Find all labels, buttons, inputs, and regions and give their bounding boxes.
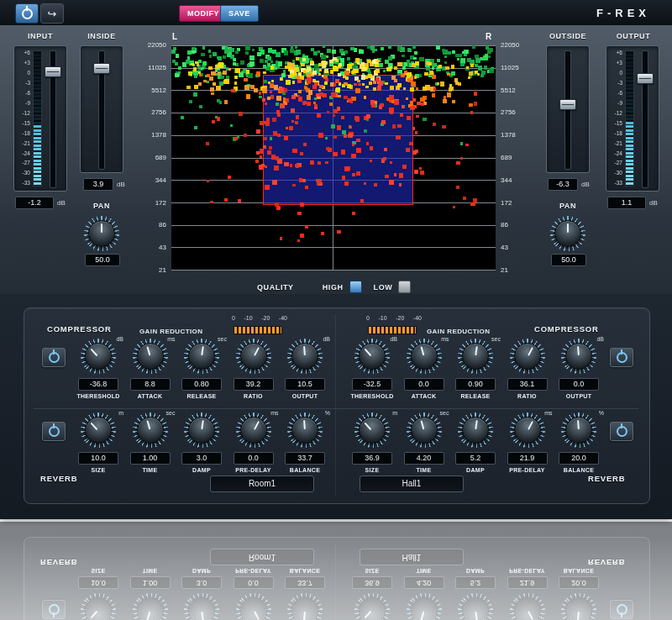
inside-fader-module [80, 45, 123, 173]
inside-fader-track[interactable] [98, 50, 105, 170]
knob-pointer [303, 346, 306, 355]
channel-left-label: L [172, 32, 177, 41]
output-fader-track[interactable] [642, 50, 648, 188]
outside-fader-handle[interactable] [559, 99, 576, 110]
thereshold-value: -36.8 [78, 378, 118, 391]
inside-value: 3.9 [83, 178, 113, 191]
knob-unit-label: dB [390, 336, 397, 342]
thereshold-knob[interactable]: dB [80, 338, 117, 375]
inside-fader-handle[interactable] [93, 63, 110, 74]
compare-arrow-button[interactable]: ↪ [40, 3, 64, 24]
time-label: TIME [417, 467, 432, 473]
input-level-meter [33, 50, 42, 187]
gr-scale-left: 0-10-20-40 [232, 315, 287, 321]
damp-knob[interactable] [183, 412, 220, 449]
knob-cell-release: sec0.90RELEASE [451, 338, 500, 399]
damp-value: 5.2 [455, 452, 496, 465]
scale-tick-label: +6 [18, 50, 30, 56]
knob-cell-release: sec0.80RELEASE [177, 338, 226, 399]
output-fader-handle[interactable] [637, 73, 654, 84]
time-knob[interactable]: sec [132, 412, 169, 449]
damp-knob[interactable] [457, 412, 494, 449]
save-button[interactable]: SAVE [220, 5, 259, 22]
size-knob[interactable]: m [354, 412, 391, 449]
release-knob[interactable]: sec [183, 338, 220, 375]
input-fader-handle[interactable] [45, 66, 61, 77]
balance-knob[interactable]: % [560, 412, 597, 449]
output-knob[interactable]: dB [286, 338, 323, 375]
inside-unit: dB [117, 181, 125, 188]
scale-tick-label: 21 [501, 267, 541, 274]
knob-cell-balance: %20.0BALANCE [554, 412, 603, 473]
scale-tick-label: 689 [501, 155, 541, 161]
knob-cell-ratio: 39.2RATIO [229, 338, 278, 399]
scale-tick-label: -33 [18, 181, 30, 187]
outside-fader-track[interactable] [564, 50, 571, 170]
scale-tick-label: -10 [378, 315, 386, 321]
quality-high-label: HIGH [323, 283, 344, 292]
spectrogram-plot[interactable] [171, 45, 496, 271]
scale-tick-label: -24 [18, 151, 30, 157]
scale-tick-label: -6 [18, 91, 30, 97]
output-value: 1.1 [607, 197, 646, 209]
input-fader-module: +6+30-3-6-9-12-15-18-21-24-27-30-33 [13, 45, 67, 192]
power-icon [22, 8, 33, 19]
ratio-knob[interactable] [509, 338, 546, 375]
return-arrow-icon: ↪ [48, 8, 57, 19]
release-knob[interactable]: sec [457, 338, 494, 375]
quality-high-checkbox[interactable] [349, 281, 362, 293]
balance-knob[interactable]: % [286, 412, 323, 449]
compressor-left-power-button[interactable] [42, 348, 66, 367]
reverb-left-power-button[interactable] [42, 422, 66, 441]
pan-left-knob[interactable] [83, 215, 120, 252]
knob-unit-label: dB [116, 336, 123, 342]
output-knob[interactable]: dB [560, 338, 597, 375]
scale-tick-label: 43 [126, 244, 166, 251]
knob-cap [188, 417, 215, 444]
pre-delay-knob[interactable]: ms [509, 412, 546, 449]
attack-knob[interactable]: ms [132, 338, 169, 375]
ratio-knob[interactable] [235, 338, 272, 375]
inside-label: INSIDE [79, 32, 124, 40]
scale-tick-label: 5512 [501, 87, 541, 94]
time-label: TIME [143, 467, 158, 473]
thereshold-knob[interactable]: dB [354, 338, 391, 375]
knob-pointer [475, 346, 478, 355]
size-knob[interactable]: m [80, 412, 117, 449]
release-label: RELEASE [460, 393, 490, 399]
gain-reduction-right-label: GAIN REDUCTION [427, 328, 490, 335]
upper-panel: INPUT +6+30-3-6-9-12-15-18-21-24-27-30-3… [0, 25, 672, 294]
knob-cap [291, 343, 318, 370]
pre-delay-knob[interactable]: ms [235, 412, 272, 449]
compressor-left-label: COMPRESSOR [47, 324, 112, 334]
balance-label: BALANCE [564, 467, 594, 473]
gain-reduction-left-label: GAIN REDUCTION [139, 328, 202, 335]
time-knob[interactable]: sec [406, 412, 443, 449]
plugin-title: F-REX [596, 7, 650, 19]
scale-tick-label: -3 [610, 81, 622, 87]
knob-unit-label: dB [596, 336, 604, 342]
input-fader-track[interactable] [50, 50, 56, 188]
scale-tick-label: 172 [501, 200, 541, 207]
scale-tick-label: 1378 [501, 132, 541, 139]
scale-tick-label: 2756 [126, 109, 166, 116]
knob-cap [291, 417, 318, 444]
reverb-left-preset-select[interactable]: Room1 [210, 476, 314, 492]
pre-delay-value: 21.9 [507, 452, 548, 465]
knob-cap [411, 343, 438, 370]
output-value: 10.5 [285, 378, 325, 391]
scale-tick-label: -30 [610, 171, 622, 176]
reverb-right-preset-select[interactable]: Hall1 [360, 476, 464, 492]
power-icon [617, 426, 627, 437]
knob-cap [240, 417, 267, 444]
knob-unit-label: sec [440, 410, 449, 416]
master-power-button[interactable] [15, 3, 39, 24]
attack-knob[interactable]: ms [406, 338, 443, 375]
compressor-right-power-button[interactable] [610, 348, 633, 367]
pan-right-knob[interactable] [549, 215, 586, 252]
quality-low-checkbox[interactable] [398, 281, 411, 293]
reverb-right-power-button[interactable] [610, 422, 633, 441]
knob-cell-damp: 3.0DAMP [177, 412, 226, 473]
knob-cap [565, 417, 592, 444]
scale-tick-label: -27 [610, 160, 622, 166]
